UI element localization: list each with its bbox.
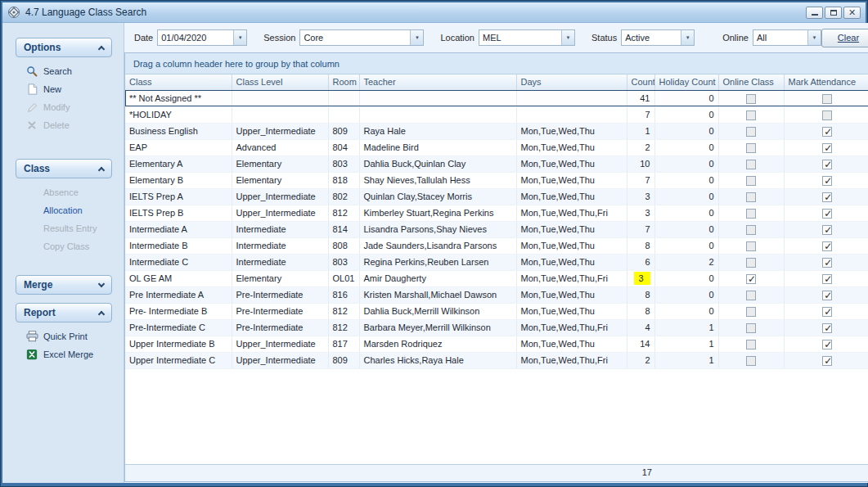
room-cell[interactable]: 809 <box>328 123 359 139</box>
class-cell[interactable]: Elementary A <box>125 156 232 172</box>
teacher-cell[interactable]: Quinlan Clay,Stacey Morris <box>359 188 516 205</box>
class-cell[interactable]: Upper Intermediate C <box>125 352 232 368</box>
room-cell[interactable]: 817 <box>328 336 359 352</box>
class-level-cell[interactable]: Intermediate <box>232 254 328 270</box>
class-cell[interactable]: Elementary B <box>125 172 232 188</box>
column-header-count[interactable]: Count <box>627 74 654 90</box>
count-cell[interactable]: 7 <box>627 106 654 123</box>
days-cell[interactable]: Mon,Tue,Wed,Thu <box>516 336 627 352</box>
online-class-checkbox[interactable] <box>746 323 756 333</box>
class-cell[interactable]: Intermediate B <box>125 237 232 254</box>
sidebar-group-report[interactable]: Report <box>16 303 112 322</box>
class-cell[interactable]: Intermediate C <box>125 254 232 270</box>
holiday-count-cell[interactable]: 0 <box>654 286 718 303</box>
online-class-checkbox[interactable] <box>746 225 756 235</box>
class-level-cell[interactable]: Elementary <box>232 172 328 188</box>
maximize-button[interactable] <box>825 7 842 19</box>
days-cell[interactable]: Mon,Tue,Wed,Thu <box>516 254 627 270</box>
table-row[interactable]: IELTS Prep BUpper_Intermediate812Kimberl… <box>125 205 868 221</box>
count-cell[interactable]: 14 <box>627 336 654 352</box>
teacher-cell[interactable]: Madeline Bird <box>359 139 516 156</box>
status-dropdown-button[interactable]: ▼ <box>681 30 694 45</box>
mark-attendance-checkbox[interactable] <box>822 323 832 333</box>
online-class-checkbox[interactable] <box>746 241 756 251</box>
teacher-cell[interactable]: Lisandra Parsons,Shay Nieves <box>359 221 516 237</box>
online-class-checkbox[interactable] <box>746 258 756 268</box>
holiday-count-cell[interactable]: 0 <box>654 156 718 172</box>
online-class-checkbox[interactable] <box>746 192 756 202</box>
table-row[interactable]: Pre- Intermediate BPre-Intermediate812Da… <box>125 303 868 319</box>
count-cell[interactable]: 41 <box>627 90 654 106</box>
online-class-checkbox[interactable] <box>746 291 756 300</box>
count-cell[interactable]: 3 <box>627 188 654 205</box>
table-row[interactable]: Elementary AElementary803Dahlia Buck,Qui… <box>125 156 868 172</box>
date-input[interactable]: 01/04/2020 ▼ <box>157 29 247 46</box>
days-cell[interactable] <box>516 106 627 123</box>
days-cell[interactable]: Mon,Tue,Wed,Thu <box>516 221 627 237</box>
class-level-cell[interactable]: Pre-Intermediate <box>232 303 328 319</box>
teacher-cell[interactable]: Raya Hale <box>359 123 516 139</box>
mark-attendance-checkbox[interactable] <box>822 274 832 284</box>
count-cell[interactable]: 7 <box>627 221 654 237</box>
room-cell[interactable]: 812 <box>328 303 359 319</box>
days-cell[interactable]: Mon,Tue,Wed,Thu,Fri <box>516 319 627 336</box>
class-cell[interactable]: Business English <box>125 123 232 139</box>
days-cell[interactable]: Mon,Tue,Wed,Thu <box>516 139 627 156</box>
room-cell[interactable]: 802 <box>328 188 359 205</box>
holiday-count-cell[interactable]: 0 <box>654 123 718 139</box>
table-row[interactable]: Pre Intermediate APre-Intermediate816Kri… <box>125 286 868 303</box>
mark-attendance-checkbox[interactable] <box>822 94 832 104</box>
class-level-cell[interactable]: Upper_Intermediate <box>232 188 328 205</box>
table-row[interactable]: Upper Intermediate BUpper_Intermediate81… <box>125 336 868 352</box>
location-select[interactable]: MEL ▼ <box>479 29 575 46</box>
class-cell[interactable]: ** Not Assigned ** <box>125 90 232 106</box>
class-level-cell[interactable]: Pre-Intermediate <box>232 319 328 336</box>
teacher-cell[interactable]: Shay Nieves,Tallulah Hess <box>359 172 516 188</box>
holiday-count-cell[interactable]: 0 <box>654 139 718 156</box>
mark-attendance-checkbox[interactable] <box>822 160 832 169</box>
location-dropdown-button[interactable]: ▼ <box>561 30 574 45</box>
room-cell[interactable]: 804 <box>328 139 359 156</box>
table-row[interactable]: IELTS Prep AUpper_Intermediate802Quinlan… <box>125 188 868 205</box>
days-cell[interactable]: Mon,Tue,Wed,Thu <box>516 156 627 172</box>
close-button[interactable]: ✕ <box>843 7 861 19</box>
table-row[interactable]: Business EnglishUpper_Intermediate809Ray… <box>125 123 868 139</box>
days-cell[interactable]: Mon,Tue,Wed,Thu,Fri <box>516 270 627 286</box>
class-cell[interactable]: Pre-Intermediate C <box>125 319 232 336</box>
holiday-count-cell[interactable]: 0 <box>654 221 718 237</box>
online-class-checkbox[interactable] <box>746 274 756 284</box>
days-cell[interactable]: Mon,Tue,Wed,Thu <box>516 172 627 188</box>
online-class-checkbox[interactable] <box>746 176 756 186</box>
class-cell[interactable]: Intermediate A <box>125 221 232 237</box>
sidebar-item-quick-print[interactable]: Quick Print <box>2 327 124 345</box>
class-level-cell[interactable]: Upper_Intermediate <box>232 352 328 368</box>
room-cell[interactable]: 814 <box>328 221 359 237</box>
holiday-count-cell[interactable]: 0 <box>654 106 718 123</box>
online-class-checkbox[interactable] <box>746 340 756 349</box>
table-row[interactable]: *HOLIDAY70 <box>125 106 868 123</box>
class-cell[interactable]: Pre Intermediate A <box>125 286 232 303</box>
class-cell[interactable]: IELTS Prep A <box>125 188 232 205</box>
class-level-cell[interactable] <box>232 90 328 106</box>
days-cell[interactable]: Mon,Tue,Wed,Thu <box>516 123 627 139</box>
teacher-cell[interactable]: Marsden Rodriquez <box>359 336 516 352</box>
mark-attendance-checkbox[interactable] <box>822 209 832 219</box>
mark-attendance-checkbox[interactable] <box>822 110 832 120</box>
teacher-cell[interactable] <box>359 90 516 106</box>
room-cell[interactable]: 812 <box>328 205 359 221</box>
column-header-room[interactable]: Room <box>328 74 359 90</box>
online-class-checkbox[interactable] <box>746 160 756 169</box>
teacher-cell[interactable]: Kristen Marshall,Michael Dawson <box>359 286 516 303</box>
room-cell[interactable]: 803 <box>328 254 359 270</box>
mark-attendance-checkbox[interactable] <box>822 225 832 235</box>
sidebar-item-results-entry[interactable]: Results Entry <box>2 219 124 237</box>
count-cell[interactable]: 8 <box>627 286 654 303</box>
group-by-bar[interactable]: Drag a column header here to group by th… <box>125 53 868 74</box>
days-cell[interactable]: Mon,Tue,Wed,Thu <box>516 303 627 319</box>
teacher-cell[interactable]: Dahlia Buck,Merrill Wilkinson <box>359 303 516 319</box>
mark-attendance-checkbox[interactable] <box>822 241 832 251</box>
class-level-cell[interactable]: Upper_Intermediate <box>232 123 328 139</box>
online-class-checkbox[interactable] <box>746 143 756 153</box>
online-class-checkbox[interactable] <box>746 127 756 137</box>
table-row[interactable]: Intermediate AIntermediate814Lisandra Pa… <box>125 221 868 237</box>
